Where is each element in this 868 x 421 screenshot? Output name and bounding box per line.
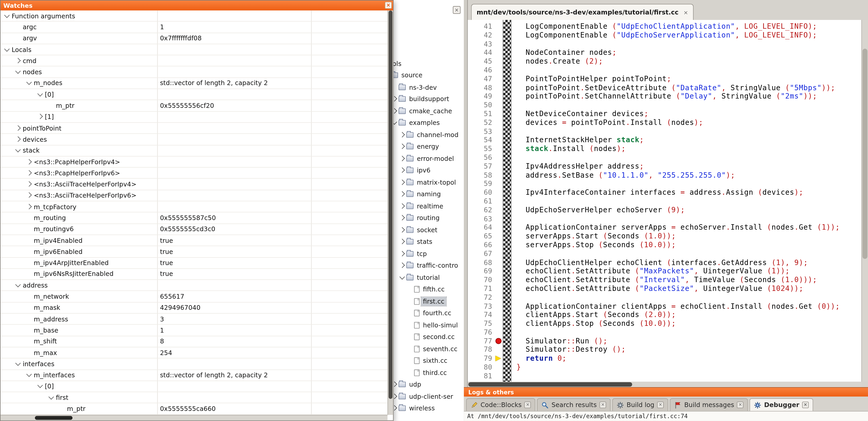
breakpoint-margin[interactable] [495,205,503,215]
tree-item-fifth-cc[interactable]: fifth.cc [407,284,464,295]
line-number[interactable]: 56 [468,153,495,162]
watch-row-first[interactable]: first [1,392,388,403]
line-number[interactable]: 71 [468,284,495,293]
panel-splitter[interactable] [464,0,467,387]
chevron-right-icon[interactable] [399,262,406,269]
watch-row-ns3-pcaphelperforipv4[interactable]: <ns3::PcapHelperForIpv4> [1,157,388,168]
line-number[interactable]: 60 [468,188,495,197]
code-editor[interactable]: 41 LogComponentEnable ("UdpEchoClientApp… [468,20,861,382]
code-line[interactable]: 53 [468,127,861,136]
logs-tab-build-log[interactable]: Build log× [612,398,668,411]
chevron-right-icon[interactable] [15,136,22,143]
scrollbar-handle[interactable] [863,49,867,259]
line-number[interactable]: 77 [468,337,495,346]
code-line[interactable]: 54 InternetStackHelper stack; [468,136,861,144]
tree-item-matrix-topol[interactable]: matrix-topol [399,176,464,188]
chevron-right-icon[interactable] [399,179,406,186]
chevron-down-icon[interactable] [37,91,44,98]
tree-item-naming[interactable]: naming [399,188,464,200]
breakpoint-margin[interactable] [495,127,503,136]
tree-item-source[interactable]: source [389,69,464,81]
breakpoint-margin[interactable] [495,371,503,380]
code-line[interactable]: 62 UdpEchoServerHelper echoServer (9); [468,205,861,215]
chevron-right-icon[interactable] [26,170,33,176]
chevron-right-icon[interactable] [26,203,33,210]
breakpoint-margin[interactable] [495,83,503,92]
line-number[interactable]: 50 [468,101,495,110]
breakpoint-margin[interactable] [495,22,503,31]
line-number[interactable]: 45 [468,57,495,66]
line-number[interactable]: 65 [468,232,495,241]
code-line[interactable]: 50 [468,101,861,110]
code-line[interactable]: 56 [468,153,861,162]
line-number[interactable]: 73 [468,302,495,311]
breakpoint-margin[interactable] [495,92,503,101]
breakpoint-margin[interactable] [495,258,503,267]
tree-item-ols[interactable]: ols [389,57,464,69]
chevron-right-icon[interactable] [26,181,33,188]
editor-horizontal-scrollbar[interactable] [468,382,861,387]
line-number[interactable]: 41 [468,22,495,31]
code-line[interactable]: 52 devices = pointToPoint.Install (nodes… [468,118,861,127]
line-number[interactable]: 55 [468,144,495,153]
watch-row-m-base[interactable]: m_base1 [1,325,388,336]
line-number[interactable]: 42 [468,31,495,39]
watch-row-pointtopoint[interactable]: pointToPoint [1,123,388,134]
code-line[interactable]: 74 clientApps.Start (Seconds (2.0)); [468,311,861,319]
code-line[interactable]: 45 nodes.Create (2); [468,57,861,66]
breakpoint-margin[interactable] [495,39,503,48]
code-line[interactable]: 65 serverApps.Start (Seconds (1.0)); [468,232,861,241]
logs-tab-code-blocks[interactable]: Code::Blocks× [466,398,535,411]
tree-item-examples[interactable]: examples [391,117,464,129]
watch-row-interfaces[interactable]: interfaces [1,359,388,370]
tree-item-realtime[interactable]: realtime [399,200,464,212]
tree-item-udp[interactable]: udp [391,379,464,390]
close-icon[interactable]: × [737,401,744,408]
line-number[interactable]: 57 [468,162,495,171]
breakpoint-margin[interactable] [495,66,503,75]
watch-row-m-ptr[interactable]: m_ptr0x5555555ca660 [1,403,388,415]
breakpoint-margin[interactable] [495,74,503,83]
line-number[interactable]: 47 [468,74,495,83]
chevron-down-icon[interactable] [26,80,33,87]
watches-vertical-scrollbar[interactable] [388,10,393,415]
line-number[interactable]: 79 [468,354,495,363]
line-number[interactable]: 75 [468,319,495,328]
tree-item-energy[interactable]: energy [399,141,464,153]
breakpoint-margin[interactable] [495,302,503,311]
watch-row-function-arguments[interactable]: Function arguments [1,10,388,22]
logs-tab-build-messages[interactable]: Build messages× [670,398,748,411]
watch-row-argv[interactable]: argv0x7fffffffdf08 [1,33,388,44]
chevron-right-icon[interactable] [37,114,44,120]
code-line[interactable]: 57 Ipv4AddressHelper address; [468,162,861,171]
chevron-right-icon[interactable] [26,159,33,165]
close-icon[interactable]: × [683,9,688,15]
watch-row-m-routingv6[interactable]: m_routingv60x5555555cd3c0 [1,224,388,235]
code-line[interactable]: 81 [468,371,861,380]
tree-item-stats[interactable]: stats [399,236,464,248]
breakpoint-margin[interactable] [495,180,503,188]
close-icon[interactable]: × [802,401,809,408]
line-number[interactable]: 48 [468,83,495,92]
line-number[interactable]: 76 [468,328,495,337]
tree-item-fourth-cc[interactable]: fourth.cc [407,307,464,319]
line-number[interactable]: 67 [468,249,495,258]
watch-row-0[interactable]: [0] [1,89,388,100]
close-icon[interactable]: × [600,401,607,408]
tree-item-routing[interactable]: routing [399,212,464,224]
close-watches-button[interactable]: × [385,2,392,9]
chevron-right-icon[interactable] [399,132,406,138]
line-number[interactable]: 52 [468,118,495,127]
current-line-marker[interactable] [495,354,503,363]
code-line[interactable]: 59 [468,180,861,188]
line-number[interactable]: 53 [468,127,495,136]
scrollbar-handle[interactable] [389,10,393,399]
watch-row-m-tcpfactory[interactable]: m_tcpFactory [1,201,388,213]
breakpoint-margin[interactable] [495,276,503,284]
code-line[interactable]: 69 echoClient.SetAttribute ("MaxPackets"… [468,267,861,276]
line-number[interactable]: 64 [468,223,495,232]
watch-row-argc[interactable]: argc1 [1,22,388,33]
tree-item-buildsupport[interactable]: buildsupport [391,93,464,105]
close-icon[interactable]: × [657,401,664,408]
tree-item-socket[interactable]: socket [399,224,464,236]
